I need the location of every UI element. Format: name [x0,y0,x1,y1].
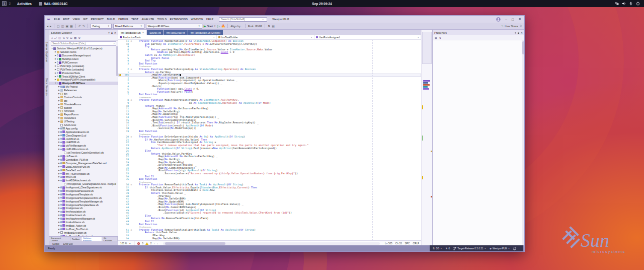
workspace-switcher[interactable]: 1 2 [2,1,12,6]
categorized-icon[interactable]: ▦ [435,36,437,39]
code-line[interactable]: 50 End Function [118,223,421,226]
solution-search-input[interactable] [52,42,113,45]
home-icon[interactable]: ⌂ [51,36,53,39]
align-by-menu[interactable]: Align by... [230,25,243,28]
pending-changes-filter-icon[interactable]: ◫ [58,36,61,39]
new-project-icon[interactable]: ▢ [57,24,60,28]
tree-item[interactable]: ▶ComboBox_PLM.vb [49,158,118,162]
tree-item[interactable]: ▶UITesting [49,120,118,123]
vs-title-bar[interactable]: ∞ FILEEDITVIEWGITPROJECTBUILDDEBUGTESTAN… [45,16,524,23]
solution-scrollbar[interactable] [116,46,118,76]
document-tab[interactable]: Source.vb [147,30,164,35]
code-line[interactable]: 3 End Function [118,62,421,65]
bookmark-icon[interactable]: ⚑ [268,24,270,28]
tree-item[interactable]: ▶obj [49,99,118,102]
tree-item[interactable]: ▶References [49,89,118,92]
tree-item[interactable]: ▼WestportPLMClass [49,82,118,85]
system-tray[interactable] [615,2,640,6]
menu-item-help[interactable]: HELP [205,18,215,21]
tree-item[interactable]: ▶ProductionTools [49,71,118,75]
save-icon[interactable]: ▣ [65,24,68,28]
tree-item[interactable]: ▶clsEPDM.vb [49,141,118,144]
warning-count[interactable]: 2 [150,242,152,245]
close-tab-icon[interactable]: ✕ [142,31,144,34]
vs-toolbar[interactable]: ◂ ▸ ▢ ◫ ▣ ▦ ↶ ↷ Debug▼ Mixed Platforms▼ … [45,23,524,30]
feedback-icon[interactable]: ⚐ [520,24,522,28]
tree-item[interactable]: ▶frmApprovalTemplateManager.vb [49,199,118,203]
menu-item-git[interactable]: GIT [82,18,90,21]
tree-item[interactable]: ▶App.config [49,126,118,130]
tree-item[interactable]: ▶clsFileManager.vb [49,144,118,148]
tree-item[interactable]: ▶M2MApi.Client [49,57,118,61]
document-tab[interactable]: frmTaskDetail.vb [164,30,188,35]
debug-config-dropdown[interactable]: Debug▼ [91,24,112,29]
horizontal-scrollbar[interactable] [163,242,380,245]
workspace-2[interactable]: 2 [8,1,12,6]
member-dropdown[interactable]: HasPortsAssigned▼ [314,35,421,39]
tree-item[interactable]: ▶Tests.M2MApi.Client [49,75,118,78]
menu-item-tools[interactable]: TOOLS [155,18,168,21]
tree-item[interactable]: clsTree(test-CaseInSensitive).vb [49,151,118,155]
tree-item[interactable]: ▶Resources [49,116,118,120]
tree-item[interactable]: ▶frmBoat_DocDist.vb [49,227,118,231]
redo-icon[interactable]: ↷ [83,24,85,28]
pane-dropdown-icon[interactable]: ▾ [515,31,516,34]
panel-tab-document-outline[interactable]: Document Outline [49,237,70,241]
tree-item[interactable]: ▶DocumentManagerImport [49,54,118,57]
collapse-all-icon[interactable]: ⊟ [70,36,72,39]
tree-item[interactable]: ▶frmBoatSelection.vb [49,231,118,234]
line-ending-indicator[interactable]: CRLF [413,242,419,245]
maximize-button[interactable]: □ [512,18,514,21]
tree-item[interactable]: ▶clsDPLM.vb [49,137,118,141]
volume-icon[interactable] [622,2,626,6]
properties-icon[interactable]: ⚙ [78,36,80,39]
pin-icon[interactable]: ■ [111,31,113,34]
tree-item[interactable]: frmApproval_ClearSignatures.resx--merged [49,182,118,186]
tree-item[interactable]: ▶PLMCommon [49,61,118,64]
refresh-icon[interactable]: ↻ [66,36,69,39]
tree-item[interactable]: ▶WestportPLMR4 (incompatible) [49,78,118,82]
menu-item-analyze[interactable]: ANALYZE [140,18,155,21]
tree-item[interactable]: ▶ClassDiagram1.cd [49,133,118,137]
tree-item[interactable]: ▶ObsoleteForms [49,102,118,106]
tree-item[interactable]: ▶frmApprovalTemplate.vb [49,192,118,196]
tree-item[interactable]: ▶frmAttachmentManager.vb [49,217,118,221]
focused-window-button[interactable]: RAIL:0001014C [39,2,67,6]
account-avatar[interactable] [496,17,501,22]
type-dropdown[interactable]: frmTaskBuilder▼ [217,35,314,39]
properties-toolbar[interactable]: ▦ ⇅ [433,35,524,40]
clock[interactable]: Sep 29 09:24 [312,2,332,6]
undo-icon[interactable]: ↶ [78,24,81,28]
minimize-button[interactable]: – [505,18,507,21]
close-icon[interactable]: ✕ [114,31,116,34]
code-line[interactable]: 19 End Function [118,130,421,133]
project-dropdown[interactable]: ProductionTools▼ [118,35,217,39]
tree-item[interactable]: ▶frmApprovalTemplateSave.vb [49,203,118,207]
panel-tab-solution-explorer[interactable]: Solution Explorer [82,237,102,241]
alphabetical-icon[interactable]: ⇅ [439,36,441,39]
tree-item[interactable]: ▶frmApprovalPassword.vb [49,189,118,193]
comment-icon[interactable]: ▤ [272,24,275,28]
gvim-button[interactable]: GVIM [255,25,262,28]
show-all-files-icon[interactable]: ▩ [74,36,76,39]
solution-explorer-search[interactable]: ⌕ [51,41,116,46]
pin-icon[interactable]: ■ [518,31,519,34]
menu-item-view[interactable]: VIEW [71,18,81,21]
sync-with-active-document-icon[interactable]: ⇅ [62,36,65,39]
pane-dropdown-icon[interactable]: ▾ [108,31,110,34]
minimap-viewport[interactable] [422,32,432,64]
startup-project-dropdown[interactable]: WestportPLMClass▼ [146,24,202,29]
platform-dropdown[interactable]: Mixed Platforms▼ [113,24,144,29]
error-count[interactable]: 0 [142,242,143,245]
microphone-icon[interactable] [629,2,633,6]
tree-item[interactable]: ▶clsPLMFunctions.vb [49,148,118,151]
next-issue-icon[interactable]: ↓ [157,242,158,245]
code-line[interactable]: 7 End Function [118,93,421,96]
sync-status[interactable]: ⇅0/0▼ [433,247,442,250]
tree-item[interactable]: ▶bin [49,92,118,96]
tree-item[interactable]: ▶CustomControls [49,95,118,99]
close-icon[interactable]: ✕ [521,31,523,34]
tree-item[interactable]: ▼Solution 'WestportPLM' (6 of 10 project… [49,47,118,50]
tree-item[interactable]: ▶refrences [49,109,118,113]
current-branch[interactable]: Target-Release-5.5.0.21▼ [453,247,486,250]
